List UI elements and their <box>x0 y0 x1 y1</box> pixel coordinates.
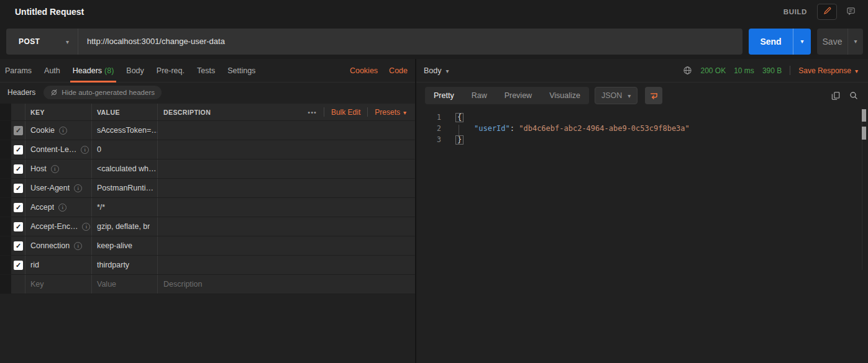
row-drag-handle[interactable] <box>0 121 11 140</box>
header-key[interactable]: rid <box>30 261 39 269</box>
format-dropdown[interactable]: JSON <box>595 87 637 104</box>
url-bar: POST http://localhost:3001/change-user-d… <box>6 29 742 55</box>
tab-pre-request[interactable]: Pre-req. <box>150 59 191 82</box>
header-description[interactable] <box>157 140 415 159</box>
tab-tests[interactable]: Tests <box>191 59 221 82</box>
header-description[interactable] <box>157 198 415 217</box>
send-options-button[interactable] <box>793 29 811 55</box>
search-icon[interactable] <box>849 91 858 100</box>
response-body-editor[interactable]: 1 { 2 "userId": "db4c6ebf-abc2-4964-abe9… <box>416 109 868 363</box>
save-response-dropdown[interactable]: Save Response <box>798 66 858 75</box>
row-drag-handle[interactable] <box>0 256 11 274</box>
send-button[interactable]: Send <box>749 29 793 55</box>
row-checkbox[interactable] <box>14 241 23 251</box>
copy-icon[interactable] <box>831 91 840 101</box>
header-value[interactable]: PostmanRunti… <box>97 184 153 192</box>
row-checkbox[interactable] <box>14 261 23 270</box>
header-value[interactable]: gzip, deflate, br <box>97 222 150 231</box>
tab-raw[interactable]: Raw <box>463 87 496 104</box>
response-view-bar: Pretty Raw Preview Visualize JSON <box>416 83 868 109</box>
new-header-row: Key Value Description <box>0 275 415 294</box>
hide-autogenerated-toggle[interactable]: Hide auto-generated headers <box>43 86 162 99</box>
tab-preview[interactable]: Preview <box>496 87 541 104</box>
row-drag-handle[interactable] <box>0 159 11 178</box>
header-description[interactable] <box>157 159 415 178</box>
wrap-lines-icon <box>649 91 659 101</box>
new-description-input[interactable]: Description <box>163 280 203 289</box>
row-drag-handle[interactable] <box>0 236 11 255</box>
more-actions-icon[interactable]: ••• <box>308 109 317 116</box>
info-icon <box>81 146 89 154</box>
header-value[interactable]: thirdparty <box>97 261 129 269</box>
header-description[interactable] <box>157 179 415 197</box>
header-key[interactable]: User-Agent <box>30 184 70 192</box>
bulk-edit-link[interactable]: Bulk Edit <box>331 108 360 117</box>
tab-pretty[interactable]: Pretty <box>425 87 463 104</box>
row-drag-handle[interactable] <box>0 140 11 159</box>
header-key[interactable]: Host <box>30 164 47 173</box>
code-link[interactable]: Code <box>389 66 408 75</box>
save-button[interactable]: Save <box>817 29 847 55</box>
response-body-dropdown[interactable]: Body <box>424 66 449 75</box>
new-value-input[interactable]: Value <box>97 280 116 289</box>
header-description[interactable] <box>157 236 415 255</box>
row-checkbox[interactable] <box>14 203 23 212</box>
status-badge: 200 OK <box>700 66 726 75</box>
info-icon <box>58 204 66 212</box>
save-options-button[interactable] <box>847 29 863 55</box>
row-checkbox[interactable] <box>14 184 23 193</box>
column-value: VALUE <box>97 109 120 116</box>
header-value[interactable]: <calculated wh… <box>97 164 157 173</box>
header-value[interactable]: keep-alive <box>97 241 132 250</box>
headers-section-title: Headers <box>7 88 35 97</box>
header-description[interactable] <box>157 256 415 274</box>
request-tabs: Params Auth Headers (8) Body Pre-req. Te… <box>0 59 415 83</box>
table-row: Cookie sAccessToken=… <box>0 121 415 140</box>
header-key[interactable]: Connection <box>30 241 70 250</box>
page-title: Untitled Request <box>15 7 84 17</box>
row-checkbox[interactable] <box>14 145 23 155</box>
header-description[interactable] <box>157 121 415 140</box>
info-icon <box>51 165 59 173</box>
send-button-group: Send <box>749 29 811 55</box>
header-key[interactable]: Content-Le… <box>30 145 76 154</box>
row-checkbox[interactable] <box>14 126 23 135</box>
column-description: DESCRIPTION <box>163 109 211 116</box>
row-drag-handle[interactable] <box>0 198 11 217</box>
json-value: "db4c6ebf-abc2-4964-abe9-0c53c9f8be3a" <box>519 124 690 133</box>
tab-visualize[interactable]: Visualize <box>541 87 589 104</box>
row-drag-handle[interactable] <box>0 179 11 197</box>
tab-headers[interactable]: Headers (8) <box>66 59 121 82</box>
tab-auth[interactable]: Auth <box>38 59 66 82</box>
tab-body[interactable]: Body <box>120 59 150 82</box>
code-line: 1 { <box>416 112 868 123</box>
network-globe-icon[interactable] <box>683 66 692 75</box>
response-view-tabs: Pretty Raw Preview Visualize <box>425 87 589 104</box>
scrollbar-thumb[interactable] <box>862 127 866 140</box>
method-select[interactable]: POST <box>6 29 78 55</box>
cookies-link[interactable]: Cookies <box>350 66 378 75</box>
headers-table: KEY VALUE DESCRIPTION ••• Bulk Edit Pres… <box>0 104 415 294</box>
header-description[interactable] <box>157 217 415 236</box>
wrap-lines-button[interactable] <box>645 87 662 104</box>
header-key[interactable]: Accept <box>30 203 54 212</box>
json-key: "userId" <box>474 124 510 133</box>
header-value[interactable]: 0 <box>97 145 101 154</box>
row-checkbox[interactable] <box>14 164 23 174</box>
scrollbar-thumb[interactable] <box>862 109 866 122</box>
url-input[interactable]: http://localhost:3001/change-user-data <box>78 37 225 46</box>
header-key[interactable]: Accept-Enc… <box>30 222 78 231</box>
table-header-row: KEY VALUE DESCRIPTION ••• Bulk Edit Pres… <box>0 104 415 121</box>
row-checkbox[interactable] <box>14 222 23 231</box>
new-key-input[interactable]: Key <box>30 280 44 289</box>
edit-mode-button[interactable] <box>817 4 837 20</box>
row-drag-handle[interactable] <box>0 217 11 236</box>
header-value[interactable]: sAccessToken=… <box>97 126 157 135</box>
header-key[interactable]: Cookie <box>30 126 55 135</box>
header-value[interactable]: */* <box>97 203 105 212</box>
presets-dropdown[interactable]: Presets <box>375 108 406 117</box>
comment-button[interactable] <box>841 4 861 20</box>
tab-params[interactable]: Params <box>0 59 38 82</box>
request-builder-bar: POST http://localhost:3001/change-user-d… <box>0 24 868 59</box>
tab-settings[interactable]: Settings <box>221 59 262 82</box>
